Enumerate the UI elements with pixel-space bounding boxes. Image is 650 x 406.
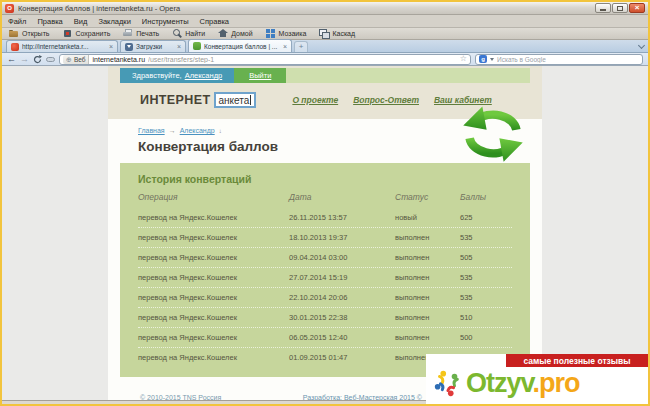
find-icon (172, 29, 182, 38)
menu-item[interactable]: Файл (8, 17, 26, 26)
menu-item[interactable]: Инструменты (142, 17, 189, 26)
toolbar-button[interactable]: Открыть (9, 29, 50, 38)
url-domain: internetanketa.ru (92, 56, 145, 63)
cell-status: выполнен (395, 233, 460, 242)
logout-button[interactable]: Выйти (234, 68, 286, 83)
tile-icon (266, 29, 276, 38)
url-field[interactable]: ⊕ Веб internetanketa.ru /user/transfers/… (59, 54, 471, 65)
address-bar: ← → ⊕ Веб internetanketa.ru /user/transf… (2, 53, 648, 66)
toolbar-button-label: Домой (231, 30, 252, 37)
toolbar-button[interactable]: Каскад (319, 29, 355, 38)
cell-operation: перевод на Яндекс.Кошелек (138, 273, 289, 282)
new-tab-button[interactable]: + (294, 41, 308, 52)
page-title: Конвертация баллов (138, 139, 512, 154)
bookmark-star-icon[interactable]: ☆ (460, 55, 467, 63)
forward-icon[interactable]: → (20, 55, 29, 64)
cell-points: 535 (460, 293, 512, 302)
toolbar-button[interactable]: Сохранить (63, 29, 111, 38)
back-icon[interactable]: ← (7, 55, 16, 64)
opera-page-icon (11, 43, 19, 51)
otzyv-logo: Otzyv.pro (426, 367, 648, 400)
tab-close-icon[interactable]: × (177, 43, 181, 50)
menu-item[interactable]: Закладки (98, 17, 130, 26)
username-link[interactable]: Александр (185, 71, 223, 80)
greeting-bar-filler (286, 68, 530, 83)
tab-close-icon[interactable]: × (283, 43, 287, 50)
cell-status: выполнен (395, 313, 460, 322)
table-row: перевод на Яндекс.Кошелек 06.05.2015 12:… (138, 327, 512, 347)
greeting-bar: Здравствуйте, Александр Выйти (120, 68, 530, 83)
cell-status: выполнен (395, 333, 460, 342)
breadcrumb-home-link[interactable]: Главная (138, 127, 165, 134)
cell-operation: перевод на Яндекс.Кошелек (138, 313, 289, 322)
site-icon (193, 42, 201, 50)
maximize-button[interactable] (612, 3, 628, 13)
history-heading: История конвертаций (138, 173, 512, 185)
browser-tab[interactable]: Конвертация баллов | ... × (188, 39, 292, 52)
opera-icon: O (5, 4, 14, 13)
table-row: перевод на Яндекс.Кошелек 22.10.2014 20:… (138, 287, 512, 307)
browser-tab[interactable]: Загрузки × (120, 40, 186, 52)
site-content: Здравствуйте, Александр Выйти ИНТЕРНЕТ а… (108, 66, 542, 400)
window-title: Конвертация баллов | internetanketa.ru -… (18, 4, 595, 13)
reload-icon[interactable] (33, 55, 42, 64)
tab-strip: http://internetanketa.r... × Загрузки × … (6, 39, 294, 52)
toolbar-button-label: Найти (185, 30, 205, 37)
engine-dropdown-icon[interactable] (490, 58, 494, 61)
breadcrumb-current-link[interactable]: Александр (180, 127, 215, 134)
open-folder-icon (9, 29, 19, 38)
toolbar-button-label: Открыть (22, 30, 50, 37)
nav-link[interactable]: Вопрос-Ответ (353, 95, 419, 105)
cell-points: 500 (460, 333, 512, 342)
otzyv-tagline: самые полезные отзывы (506, 354, 648, 367)
cell-status: новый (395, 213, 460, 222)
cell-date: 26.11.2015 13:57 (289, 213, 395, 222)
cell-operation: перевод на Яндекс.Кошелек (138, 253, 289, 262)
cell-date: 18.10.2013 19:37 (289, 233, 395, 242)
tab-close-icon[interactable]: × (109, 43, 113, 50)
col-date: Дата (289, 192, 395, 202)
cell-date: 27.07.2014 15:19 (289, 273, 395, 282)
cell-date: 01.09.2015 01:47 (289, 353, 395, 362)
web-badge[interactable]: ⊕ Веб (63, 55, 89, 64)
cell-points: 505 (460, 253, 512, 262)
cell-date: 09.04.2014 03:00 (289, 253, 395, 262)
tab-bar: http://internetanketa.r... × Загрузки × … (2, 40, 648, 53)
cell-points: 510 (460, 313, 512, 322)
cell-operation: перевод на Яндекс.Кошелек (138, 333, 289, 342)
downloads-icon (125, 43, 133, 51)
title-bar[interactable]: O Конвертация баллов | internetanketa.ru… (2, 2, 648, 15)
google-icon: g (479, 55, 487, 63)
minimize-button[interactable] (595, 3, 611, 13)
minimize-icon (600, 9, 606, 11)
maximize-icon (617, 6, 623, 11)
page-viewport: Здравствуйте, Александр Выйти ИНТЕРНЕТ а… (2, 66, 648, 400)
breadcrumb-caret-icon: ↓ (219, 128, 222, 134)
toolbar-button[interactable]: Домой (218, 29, 252, 38)
globe-icon: ⊕ (66, 56, 72, 63)
menu-item[interactable]: Правка (37, 17, 62, 26)
toolbar-button[interactable]: Найти (172, 29, 205, 38)
cell-status: выполнен (395, 253, 460, 262)
toolbar-button[interactable]: Мозаика (266, 29, 307, 38)
col-points: Баллы (460, 192, 512, 202)
otzyv-brand-text: Otzyv.pro (466, 368, 580, 398)
cell-operation: перевод на Яндекс.Кошелек (138, 353, 289, 362)
breadcrumb-separator: → (169, 127, 176, 134)
logo-input[interactable]: анкета (214, 92, 257, 108)
cascade-icon (319, 29, 329, 38)
col-status: Статус (395, 192, 460, 202)
menu-item[interactable]: Справка (200, 17, 229, 26)
browser-tab[interactable]: http://internetanketa.r... × (6, 40, 118, 52)
home-icon (218, 29, 228, 38)
toolbar-button[interactable]: Печать (123, 29, 159, 38)
tab-overflow-chevron-icon[interactable] (638, 42, 645, 49)
nav-link[interactable]: О проекте (292, 95, 338, 105)
toolbar-button-label: Печать (136, 30, 159, 37)
search-input[interactable]: g Искать в Google (475, 54, 643, 65)
opera-window: O Конвертация баллов | internetanketa.ru… (0, 0, 650, 406)
close-button[interactable]: × (629, 3, 645, 13)
breadcrumb: Главная → Александр ↓ (138, 127, 512, 134)
turbo-icon[interactable] (46, 57, 55, 62)
menu-item[interactable]: Вид (74, 17, 88, 26)
